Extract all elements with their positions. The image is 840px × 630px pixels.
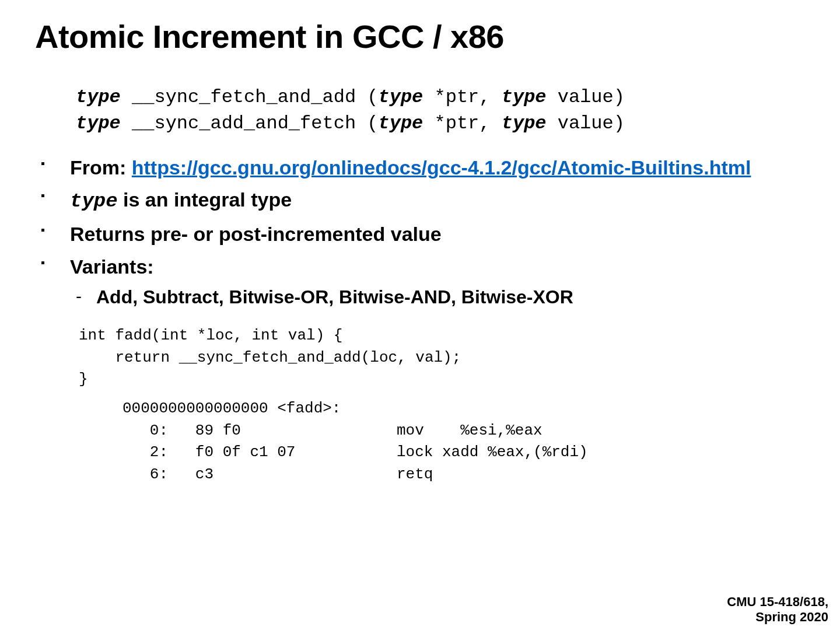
footer-course: CMU 15-418/618, — [727, 594, 828, 609]
type-keyword: type — [502, 113, 547, 134]
bullet-returns: Returns pre- or post-incremented value — [35, 221, 805, 248]
footer-term: Spring 2020 — [727, 610, 828, 624]
bullet-type: type is an integral type — [35, 187, 805, 215]
bullet-type-text: is an integral type — [118, 188, 292, 211]
code-line: } — [79, 369, 805, 391]
asm-block: 0000000000000000 <fadd>: 0: 89 f0 mov %e… — [123, 398, 805, 486]
from-label: From: — [70, 156, 132, 178]
asm-instr: mov %esi,%eax — [397, 420, 542, 442]
prototype-line-1: type __sync_fetch_and_add (type *ptr, ty… — [76, 85, 805, 111]
gcc-docs-link[interactable]: https://gcc.gnu.org/onlinedocs/gcc-4.1.2… — [132, 156, 751, 178]
asm-bytes: 6: c3 — [123, 464, 397, 486]
c-code-block: int fadd(int *loc, int val) { return __s… — [79, 325, 805, 391]
asm-row: 0: 89 f0 mov %esi,%eax — [123, 420, 805, 442]
prototype-block: type __sync_fetch_and_add (type *ptr, ty… — [76, 85, 805, 137]
asm-bytes: 0: 89 f0 — [123, 420, 397, 442]
asm-row: 6: c3 retq — [123, 464, 805, 486]
type-keyword: type — [378, 113, 423, 134]
prototype-line-2: type __sync_add_and_fetch (type *ptr, ty… — [76, 111, 805, 137]
type-keyword: type — [502, 86, 547, 108]
code-line: int fadd(int *loc, int val) { — [79, 325, 805, 347]
slide-title: Atomic Increment in GCC / x86 — [35, 18, 805, 55]
variants-label: Variants: — [70, 256, 154, 278]
type-keyword: type — [378, 86, 423, 108]
code-line: return __sync_fetch_and_add(loc, val); — [79, 347, 805, 369]
asm-instr: retq — [397, 464, 433, 486]
bullet-variants: Variants: Add, Subtract, Bitwise-OR, Bit… — [35, 254, 805, 310]
bullet-from: From: https://gcc.gnu.org/onlinedocs/gcc… — [35, 155, 805, 181]
variants-item: Add, Subtract, Bitwise-OR, Bitwise-AND, … — [70, 284, 805, 310]
bullet-list: From: https://gcc.gnu.org/onlinedocs/gcc… — [35, 155, 805, 310]
asm-instr: lock xadd %eax,(%rdi) — [397, 442, 588, 464]
type-keyword: type — [76, 86, 121, 108]
asm-row: 2: f0 0f c1 07 lock xadd %eax,(%rdi) — [123, 442, 805, 464]
asm-bytes: 2: f0 0f c1 07 — [123, 442, 397, 464]
type-keyword: type — [76, 113, 121, 134]
asm-header: 0000000000000000 <fadd>: — [123, 398, 805, 420]
type-keyword: type — [70, 190, 118, 212]
slide-footer: CMU 15-418/618, Spring 2020 — [727, 594, 828, 624]
slide: Atomic Increment in GCC / x86 type __syn… — [0, 0, 840, 630]
variants-sublist: Add, Subtract, Bitwise-OR, Bitwise-AND, … — [70, 284, 805, 310]
